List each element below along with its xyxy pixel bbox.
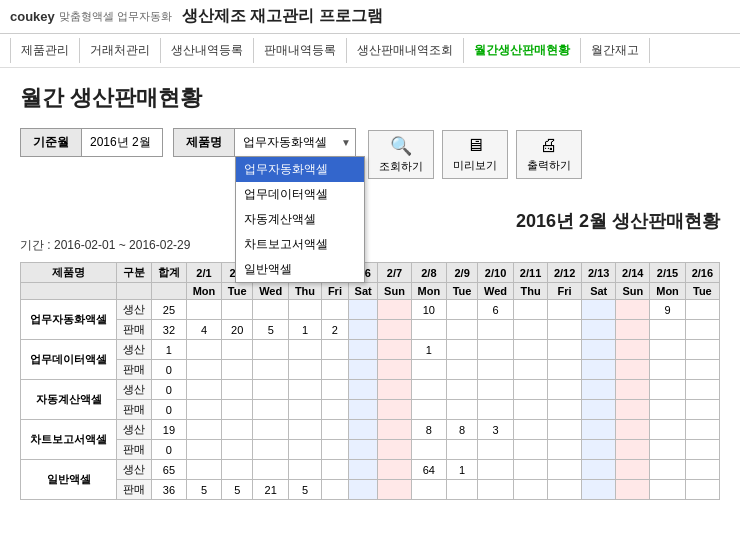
cell-day-10 [478,440,514,460]
cell-day-14 [616,480,650,500]
cell-day-4 [289,460,322,480]
cell-day-15 [650,380,685,400]
cell-type: 판매 [117,320,152,340]
cell-day-16 [685,480,719,500]
date-range: 기간 : 2016-02-01 ~ 2016-02-29 [20,237,720,254]
dropdown-item-4[interactable]: 차트보고서액셀 [236,232,364,257]
day-11: Thu [514,283,548,300]
product-select-wrapper: ▼ 업무자동화액셀 업무데이터액셀 자동계산액셀 차트보고서액셀 일반액셀 [235,129,355,156]
cell-day-8 [411,380,446,400]
cell-day-11 [514,400,548,420]
cell-day-15 [650,440,685,460]
nav-item-production[interactable]: 생산내역등록 [161,38,254,63]
cell-day-5: 2 [321,320,348,340]
cell-day-16 [685,380,719,400]
print-button[interactable]: 🖨 출력하기 [516,130,582,179]
logo-text: coukey [10,9,55,24]
cell-day-9 [447,380,478,400]
cell-day-6 [349,480,378,500]
cell-total: 0 [152,380,187,400]
search-button[interactable]: 🔍 조회하기 [368,130,434,179]
nav-item-product[interactable]: 제품관리 [10,38,80,63]
cell-day-10 [478,460,514,480]
cell-day-6 [349,420,378,440]
cell-day-3 [253,360,289,380]
cell-total: 1 [152,340,187,360]
search-label: 조회하기 [379,159,423,174]
cell-day-6 [349,300,378,320]
day-6: Sat [349,283,378,300]
cell-day-10: 3 [478,420,514,440]
cell-day-7 [378,340,411,360]
nav-item-sales[interactable]: 판매내역등록 [254,38,347,63]
table-row: 판매0 [21,400,720,420]
cell-day-10 [478,340,514,360]
day-8: Mon [411,283,446,300]
day-12: Fri [548,283,582,300]
cell-day-8 [411,400,446,420]
cell-day-6 [349,340,378,360]
filter-area: 기준월 제품명 ▼ 업무자동화액셀 업무데이터액셀 자동계산액셀 차트보고서액셀 [20,128,356,157]
search-icon: 🔍 [390,135,412,157]
cell-day-14 [616,380,650,400]
cell-total: 0 [152,440,187,460]
cell-day-16 [685,320,719,340]
day-header-row: Mon Tue Wed Thu Fri Sat Sun Mon Tue Wed … [21,283,720,300]
cell-day-3: 5 [253,320,289,340]
cell-day-2 [222,440,253,460]
dropdown-item-3[interactable]: 자동계산액셀 [236,207,364,232]
product-input[interactable] [235,131,355,155]
cell-day-7 [378,400,411,420]
logo-sub: 맞춤형액셀 업무자동화 [59,9,172,24]
cell-day-9 [447,360,478,380]
nav-item-monthly[interactable]: 월간생산판매현황 [464,38,581,63]
table-container: 제품명 구분 합계 2/1 2/2 2/3 2/4 2/5 2/6 2/7 2/… [20,262,720,500]
cell-day-4: 1 [289,320,322,340]
page-title: 월간 생산판매현황 [20,83,720,113]
cell-day-10 [478,380,514,400]
cell-day-4 [289,380,322,400]
product-filter: 제품명 ▼ 업무자동화액셀 업무데이터액셀 자동계산액셀 차트보고서액셀 일반액… [173,128,356,157]
cell-day-6 [349,360,378,380]
dropdown-item-1[interactable]: 업무자동화액셀 [236,157,364,182]
cell-total: 32 [152,320,187,340]
col-d1: 2/1 [186,263,221,283]
cell-day-11 [514,320,548,340]
day-13: Sat [582,283,616,300]
toolbar: 🔍 조회하기 🖥 미리보기 🖨 출력하기 [368,130,582,179]
cell-day-2 [222,340,253,360]
cell-total: 65 [152,460,187,480]
cell-day-10 [478,320,514,340]
table-row: 자동계산액셀생산0 [21,380,720,400]
nav-item-customer[interactable]: 거래처관리 [80,38,161,63]
cell-day-8: 64 [411,460,446,480]
app-title: 생산제조 재고관리 프로그램 [182,6,383,27]
day-2: Tue [222,283,253,300]
cell-day-7 [378,320,411,340]
col-d16: 2/16 [685,263,719,283]
cell-day-3 [253,460,289,480]
cell-day-16 [685,460,719,480]
cell-type: 생산 [117,460,152,480]
date-input[interactable] [82,129,162,156]
cell-day-14 [616,460,650,480]
cell-day-13 [582,400,616,420]
day-5: Fri [321,283,348,300]
cell-day-1 [186,460,221,480]
cell-day-13 [582,460,616,480]
dropdown-item-5[interactable]: 일반액셀 [236,257,364,282]
nav-item-inquiry[interactable]: 생산판매내역조회 [347,38,464,63]
cell-day-8 [411,360,446,380]
cell-day-2 [222,400,253,420]
preview-button[interactable]: 🖥 미리보기 [442,130,508,179]
nav-item-stock[interactable]: 월간재고 [581,38,650,63]
cell-day-16 [685,440,719,460]
dropdown-item-2[interactable]: 업무데이터액셀 [236,182,364,207]
cell-day-2: 20 [222,320,253,340]
day-product [21,283,117,300]
cell-day-8 [411,440,446,460]
cell-day-4 [289,360,322,380]
day-total [152,283,187,300]
cell-day-12 [548,380,582,400]
cell-day-13 [582,300,616,320]
